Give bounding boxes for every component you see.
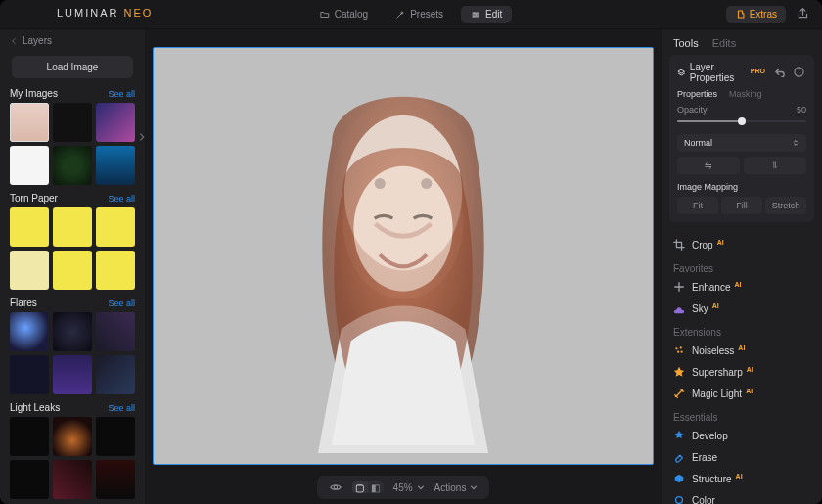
asset-thumbnail[interactable] bbox=[10, 417, 49, 456]
asset-thumbnail[interactable] bbox=[96, 417, 135, 456]
layer-image-front bbox=[266, 132, 540, 445]
panel-info-button[interactable] bbox=[792, 67, 806, 79]
tab-edits[interactable]: Edits bbox=[712, 37, 736, 49]
see-all-link[interactable]: See all bbox=[108, 194, 135, 204]
tool-label: Magic Light bbox=[692, 389, 742, 399]
asset-thumbnail[interactable] bbox=[10, 146, 49, 185]
sidebar-collapse-chevron[interactable] bbox=[137, 132, 147, 144]
zoom-dropdown[interactable]: 45% bbox=[393, 482, 425, 493]
asset-thumbnail[interactable] bbox=[53, 460, 92, 499]
layers-header[interactable]: Layers bbox=[0, 29, 145, 52]
mapping-stretch-button[interactable]: Stretch bbox=[765, 197, 806, 214]
sliders-icon bbox=[471, 10, 480, 20]
ai-badge: AI bbox=[747, 366, 754, 373]
tool-magiclight[interactable]: Magic LightAI bbox=[673, 383, 810, 404]
asset-thumbnail[interactable] bbox=[96, 207, 135, 247]
extras-button[interactable]: Extras bbox=[726, 6, 786, 23]
load-image-button[interactable]: Load Image bbox=[12, 56, 133, 78]
svg-point-8 bbox=[675, 347, 677, 349]
asset-thumbnail[interactable] bbox=[53, 355, 92, 394]
enhance-icon bbox=[673, 281, 685, 293]
nav-presets[interactable]: Presets bbox=[386, 6, 453, 23]
ai-badge: AI bbox=[717, 239, 724, 246]
asset-thumbnail[interactable] bbox=[53, 146, 92, 185]
image-canvas[interactable] bbox=[153, 47, 654, 465]
tool-enhance[interactable]: EnhanceAI bbox=[673, 276, 810, 298]
see-all-link[interactable]: See all bbox=[108, 89, 135, 99]
tool-noiseless[interactable]: NoiselessAI bbox=[673, 340, 810, 361]
tool-sky[interactable]: SkyAI bbox=[673, 298, 810, 319]
asset-thumbnail[interactable] bbox=[53, 207, 92, 247]
asset-thumbnail[interactable] bbox=[10, 207, 49, 247]
magiclight-icon bbox=[673, 388, 685, 399]
flip-horizontal-button[interactable]: ⇋ bbox=[677, 157, 740, 174]
asset-section-title: My Images bbox=[10, 88, 58, 99]
asset-thumbnail[interactable] bbox=[10, 460, 49, 499]
opacity-value: 50 bbox=[797, 105, 806, 115]
asset-thumbnail[interactable] bbox=[96, 146, 135, 185]
flip-vertical-button[interactable]: ⥮ bbox=[744, 157, 806, 174]
tool-group-header: Favorites bbox=[673, 255, 810, 276]
tool-crop[interactable]: CropAI bbox=[673, 234, 810, 255]
blend-mode-dropdown[interactable]: Normal bbox=[677, 134, 806, 152]
nav-catalog[interactable]: Catalog bbox=[310, 6, 378, 23]
structure-icon bbox=[673, 473, 685, 484]
ai-badge: AI bbox=[712, 302, 719, 309]
asset-thumbnail[interactable] bbox=[53, 312, 92, 351]
nav-edit[interactable]: Edit bbox=[461, 6, 512, 23]
updown-icon bbox=[792, 139, 799, 147]
tool-label: Develop bbox=[692, 431, 728, 441]
asset-section-title: Torn Paper bbox=[10, 193, 58, 204]
erase-icon bbox=[673, 451, 685, 463]
asset-thumbnail[interactable] bbox=[10, 103, 49, 142]
tool-color[interactable]: Color bbox=[673, 489, 810, 504]
image-mapping-label: Image Mapping bbox=[677, 182, 806, 192]
asset-thumbnail[interactable] bbox=[96, 312, 135, 351]
svg-point-5 bbox=[353, 166, 452, 292]
see-all-link[interactable]: See all bbox=[108, 403, 135, 413]
asset-thumbnail[interactable] bbox=[96, 103, 135, 142]
asset-thumbnail[interactable] bbox=[10, 355, 49, 394]
asset-thumbnail[interactable] bbox=[96, 251, 135, 290]
tool-erase[interactable]: Erase bbox=[673, 446, 810, 468]
tool-develop[interactable]: Develop bbox=[673, 425, 810, 446]
asset-thumbnail[interactable] bbox=[10, 251, 49, 290]
asset-thumbnail[interactable] bbox=[53, 103, 92, 142]
ai-badge: AI bbox=[736, 473, 743, 480]
panel-tab-properties[interactable]: Properties bbox=[677, 89, 717, 99]
asset-thumbnail[interactable] bbox=[53, 417, 92, 456]
see-all-link[interactable]: See all bbox=[108, 298, 135, 308]
panel-undo-button[interactable] bbox=[773, 67, 788, 79]
tool-structure[interactable]: StructureAI bbox=[673, 468, 810, 489]
tool-supersharp[interactable]: SupersharpAI bbox=[673, 361, 810, 383]
develop-icon bbox=[673, 430, 685, 441]
opacity-slider[interactable] bbox=[677, 115, 806, 128]
mapping-fill-button[interactable]: Fill bbox=[721, 197, 762, 214]
chevron-left-icon bbox=[10, 37, 18, 45]
svg-point-9 bbox=[680, 346, 682, 348]
supersharp-icon bbox=[673, 366, 685, 378]
compare-toggle[interactable]: ▢ ◧ bbox=[352, 481, 384, 493]
tool-label: Color bbox=[692, 495, 715, 505]
eye-icon[interactable] bbox=[329, 481, 342, 494]
color-icon bbox=[673, 494, 685, 504]
tool-label: Crop bbox=[692, 240, 713, 251]
svg-point-10 bbox=[677, 351, 679, 353]
tab-tools[interactable]: Tools bbox=[673, 37, 699, 49]
svg-point-12 bbox=[676, 497, 683, 504]
share-button[interactable] bbox=[794, 4, 812, 24]
asset-thumbnail[interactable] bbox=[10, 312, 49, 351]
tool-label: Enhance bbox=[692, 282, 730, 293]
actions-dropdown[interactable]: Actions bbox=[434, 482, 479, 493]
tool-group-header: Essentials bbox=[673, 404, 810, 425]
panel-tab-masking[interactable]: Masking bbox=[729, 89, 762, 99]
tools-sidebar: Tools Edits Layer Properties PRO Propert… bbox=[662, 29, 822, 504]
puzzle-icon bbox=[735, 9, 746, 20]
tool-label: Noiseless bbox=[692, 345, 734, 356]
asset-thumbnail[interactable] bbox=[53, 251, 92, 290]
svg-point-6 bbox=[334, 485, 338, 489]
layer-properties-panel: Layer Properties PRO Properties Masking … bbox=[669, 55, 814, 222]
asset-thumbnail[interactable] bbox=[96, 460, 135, 499]
mapping-fit-button[interactable]: Fit bbox=[677, 197, 718, 214]
asset-thumbnail[interactable] bbox=[96, 355, 135, 394]
